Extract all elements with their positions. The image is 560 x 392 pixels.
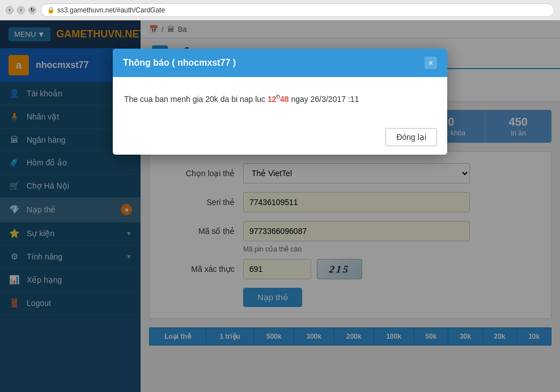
message-prefix: The cua ban menh gia 20k da bi nap luc	[124, 95, 268, 104]
close-button[interactable]: Đóng lại	[385, 128, 437, 146]
refresh-button[interactable]: ↻	[28, 6, 36, 14]
modal-title: Thông báo ( nhocmxst77 )	[123, 58, 236, 68]
modal-footer: Đóng lại	[113, 122, 447, 155]
close-x-icon: ×	[429, 58, 433, 67]
browser-bar: ‹ › ↻ 🔒 ss3.gamethuvn.net/#auth/CardGate	[0, 0, 560, 20]
modal: Thông báo ( nhocmxst77 ) × The cua ban m…	[113, 49, 447, 155]
address-bar[interactable]: 🔒 ss3.gamethuvn.net/#auth/CardGate	[41, 3, 554, 17]
url-text: ss3.gamethuvn.net/#auth/CardGate	[57, 6, 165, 14]
modal-close-x-button[interactable]: ×	[425, 57, 437, 69]
message-time: 12	[268, 95, 277, 104]
message-time2: 48	[280, 95, 289, 104]
close-label: Đóng lại	[396, 133, 426, 142]
modal-overlay[interactable]: Thông báo ( nhocmxst77 ) × The cua ban m…	[0, 20, 560, 392]
lock-icon: 🔒	[47, 6, 55, 14]
browser-controls: ‹ › ↻	[6, 6, 36, 14]
modal-body: The cua ban menh gia 20k da bi nap luc 1…	[113, 77, 447, 122]
message-suffix: ngay 26/3/2017 :11	[289, 95, 359, 104]
back-button[interactable]: ‹	[6, 6, 14, 14]
modal-header: Thông báo ( nhocmxst77 ) ×	[113, 49, 447, 77]
modal-message: The cua ban menh gia 20k da bi nap luc 1…	[124, 91, 436, 105]
forward-button[interactable]: ›	[17, 6, 25, 14]
